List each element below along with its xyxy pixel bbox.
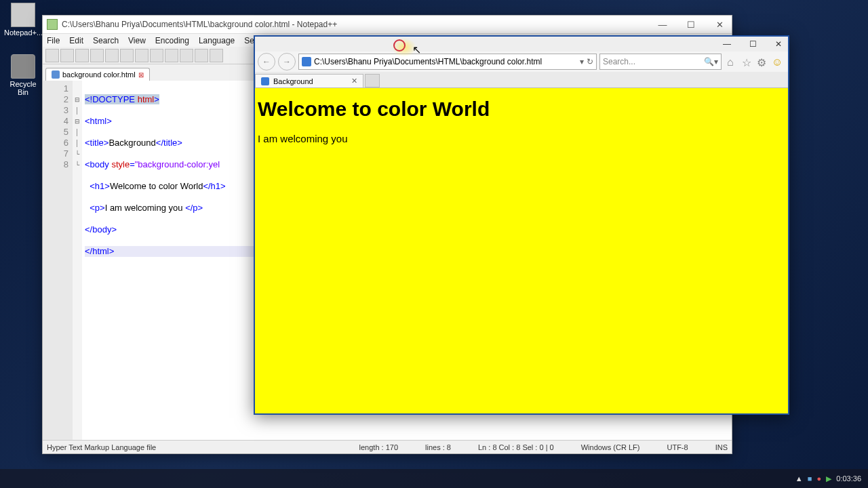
search-icon[interactable]: 🔍 <box>704 57 714 66</box>
smiley-icon[interactable]: ☺ <box>772 56 783 67</box>
ie-tab-label: Background <box>273 77 313 85</box>
save-icon[interactable] <box>75 49 89 62</box>
status-encoding: UTF-8 <box>667 443 688 451</box>
desktop-icon-recycle-bin[interactable]: Recycle Bin <box>4 54 42 96</box>
maximize-button[interactable]: ☐ <box>683 20 699 30</box>
cut-icon[interactable] <box>135 49 149 62</box>
npp-titlebar[interactable]: C:\Users\Bhanu Priya\Documents\HTML\back… <box>43 16 732 33</box>
menu-encoding[interactable]: Encoding <box>155 36 189 45</box>
clock[interactable]: 0:03:36 <box>836 474 861 483</box>
search-box[interactable]: Search... 🔍 ▾ <box>599 54 722 70</box>
maximize-button[interactable]: ☐ <box>746 39 760 49</box>
close-button[interactable]: ✕ <box>772 39 785 49</box>
copy-icon[interactable] <box>150 49 163 62</box>
menu-language[interactable]: Language <box>199 36 235 45</box>
page-paragraph: I am welcoming you <box>258 133 785 144</box>
status-lines: lines : 8 <box>425 443 451 451</box>
open-file-icon[interactable] <box>60 49 74 62</box>
npp-statusbar: Hyper Text Markup Language file length :… <box>43 440 732 453</box>
dropdown-icon[interactable]: ▾ <box>580 57 584 66</box>
refresh-icon[interactable]: ↻ <box>587 57 593 66</box>
new-tab-button[interactable] <box>365 74 380 87</box>
click-indicator <box>393 39 406 52</box>
favorites-icon[interactable]: ☆ <box>742 56 753 67</box>
menu-file[interactable]: File <box>47 36 60 45</box>
menu-view[interactable]: View <box>128 36 146 45</box>
npp-title: C:\Users\Bhanu Priya\Documents\HTML\back… <box>62 20 337 29</box>
fold-gutter: ⊟│⊟││└└ <box>73 81 82 443</box>
ie-page-content: Welcome to color World I am welcoming yo… <box>255 88 788 413</box>
status-filetype: Hyper Text Markup Language file <box>47 443 156 451</box>
undo-icon[interactable] <box>180 49 193 62</box>
close-button[interactable]: ✕ <box>711 20 728 30</box>
search-dropdown-icon[interactable]: ▾ <box>714 57 718 66</box>
settings-icon[interactable]: ⚙ <box>757 56 768 67</box>
minimize-button[interactable]: — <box>654 20 671 30</box>
ie-address-bar-row: ← → C:\Users\Bhanu Priya\Documents\HTML\… <box>255 52 788 72</box>
ie-titlebar[interactable]: — ☐ ✕ <box>255 37 788 52</box>
forward-button[interactable]: → <box>278 53 296 70</box>
notepadpp-app-icon <box>47 19 58 30</box>
ie-tabbar: Background ✕ <box>255 72 788 88</box>
tab-close-icon[interactable]: ✕ <box>351 77 357 85</box>
minimize-button[interactable]: — <box>720 39 734 49</box>
npp-tab-label: background color.html <box>62 70 136 79</box>
address-bar[interactable]: C:\Users\Bhanu Priya\Documents\HTML\back… <box>298 54 597 70</box>
desktop-icon-label: Recycle Bin <box>4 80 42 96</box>
desktop-icon-label: Notepad+... <box>4 28 42 37</box>
menu-edit[interactable]: Edit <box>69 36 83 45</box>
tray-icon[interactable]: ▶ <box>826 474 831 483</box>
redo-icon[interactable] <box>195 49 208 62</box>
ie-tab-active[interactable]: Background ✕ <box>255 74 363 87</box>
status-eol: Windows (CR LF) <box>581 443 640 451</box>
new-file-icon[interactable] <box>45 49 59 62</box>
search-placeholder: Search... <box>603 57 635 66</box>
tab-close-icon[interactable]: ⊠ <box>138 71 144 79</box>
mouse-cursor-icon: ↖ <box>412 43 421 56</box>
home-icon[interactable]: ⌂ <box>727 56 738 67</box>
status-length: length : 170 <box>359 443 399 451</box>
trash-icon <box>11 54 35 79</box>
url-text: C:\Users\Bhanu Priya\Documents\HTML\back… <box>314 57 542 66</box>
desktop-icon-notepadpp[interactable]: Notepad+... <box>4 3 42 37</box>
status-position: Ln : 8 Col : 8 Sel : 0 | 0 <box>478 443 554 451</box>
line-number-gutter: 1 2 3 4 5 6 7 8 <box>43 81 73 443</box>
find-icon[interactable] <box>210 49 223 62</box>
paste-icon[interactable] <box>165 49 178 62</box>
page-heading: Welcome to color World <box>258 98 785 121</box>
save-all-icon[interactable] <box>90 49 104 62</box>
file-type-icon <box>52 70 60 79</box>
npp-tab-active[interactable]: background color.html ⊠ <box>45 68 150 81</box>
status-ins: INS <box>715 443 728 451</box>
notepadpp-icon <box>11 3 35 27</box>
taskbar[interactable]: ▲ ■ ● ▶ 0:03:36 <box>0 469 868 488</box>
tray-icon[interactable]: ● <box>817 474 822 483</box>
tray-icon[interactable]: ▲ <box>795 474 803 483</box>
menu-search[interactable]: Search <box>93 36 119 45</box>
print-icon[interactable] <box>120 49 134 62</box>
close-file-icon[interactable] <box>105 49 119 62</box>
ie-page-icon <box>302 57 311 66</box>
ie-window: — ☐ ✕ ← → C:\Users\Bhanu Priya\Documents… <box>254 35 789 415</box>
system-tray[interactable]: ▲ ■ ● ▶ 0:03:36 <box>794 474 863 483</box>
ie-page-icon <box>261 77 269 85</box>
back-button[interactable]: ← <box>258 53 275 70</box>
tray-icon[interactable]: ■ <box>808 474 812 483</box>
